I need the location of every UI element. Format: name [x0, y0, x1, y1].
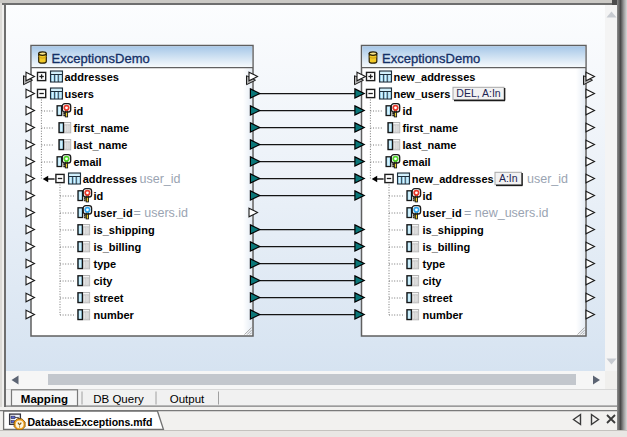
svg-text:first_name: first_name — [403, 122, 459, 134]
svg-text:user_id: user_id — [94, 207, 133, 219]
svg-text:number: number — [423, 309, 464, 321]
svg-text:id: id — [423, 190, 433, 202]
svg-text:id: id — [74, 105, 84, 117]
svg-text:type: type — [94, 258, 117, 270]
svg-text:email: email — [74, 156, 102, 168]
svg-text:street: street — [94, 292, 124, 304]
svg-text:= new_users.id: = new_users.id — [464, 206, 548, 220]
svg-text:= users.id: = users.id — [134, 206, 189, 220]
svg-text:city: city — [423, 275, 443, 287]
svg-text:is_billing: is_billing — [94, 241, 142, 253]
svg-text:A:In: A:In — [499, 172, 518, 184]
svg-text:type: type — [423, 258, 446, 270]
svg-text:is_shipping: is_shipping — [423, 224, 484, 236]
svg-text:first_name: first_name — [74, 122, 130, 134]
svg-text:Output: Output — [170, 393, 205, 405]
svg-text:email: email — [403, 156, 431, 168]
svg-text:new_addresses: new_addresses — [412, 173, 494, 185]
svg-text:is_billing: is_billing — [423, 241, 471, 253]
svg-text:ExceptionsDemo: ExceptionsDemo — [52, 51, 150, 66]
svg-text:city: city — [94, 275, 114, 287]
svg-text:is_shipping: is_shipping — [94, 224, 155, 236]
svg-text:DB Query: DB Query — [93, 393, 144, 405]
svg-text:id: id — [94, 190, 104, 202]
svg-text:user_id: user_id — [423, 207, 462, 219]
svg-text:number: number — [94, 309, 135, 321]
svg-text:ExceptionsDemo: ExceptionsDemo — [382, 51, 480, 66]
svg-text:addresses: addresses — [65, 71, 119, 83]
svg-text:new_addresses: new_addresses — [394, 71, 476, 83]
svg-text:last_name: last_name — [74, 139, 128, 151]
svg-text:DEL, A:In: DEL, A:In — [456, 87, 501, 99]
svg-text:user_id: user_id — [140, 172, 181, 186]
svg-text:Mapping: Mapping — [21, 393, 68, 405]
svg-text:user_id: user_id — [527, 172, 568, 186]
svg-text:addresses: addresses — [83, 173, 137, 185]
svg-text:users: users — [65, 88, 94, 100]
svg-text:street: street — [423, 292, 453, 304]
svg-text:DatabaseExceptions.mfd: DatabaseExceptions.mfd — [28, 416, 153, 428]
svg-text:new_users: new_users — [394, 88, 451, 100]
svg-text:last_name: last_name — [403, 139, 457, 151]
svg-text:id: id — [403, 105, 413, 117]
